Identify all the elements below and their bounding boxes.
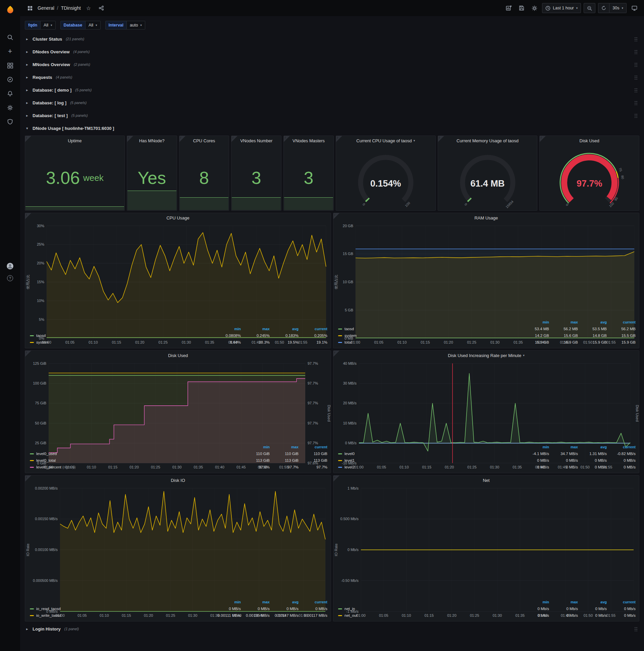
variable-database-value[interactable]: All ▾ [86,21,100,30]
variable-fqdn[interactable]: fqdn All ▾ [25,21,56,30]
legend-series-name[interactable]: level0 [345,452,355,456]
legend-series-name[interactable]: level0_used [36,452,57,456]
panel-title[interactable]: Disk Used Increasing Rate per Minute ▾ [333,351,639,360]
row-dnodes-overview[interactable]: ▸ DNodes Overview (4 panels) [25,46,639,57]
legend-series-name[interactable]: system [36,340,48,344]
grafana-logo[interactable] [0,0,20,19]
legend-sort-column[interactable]: current [298,326,327,332]
legend-series-name[interactable]: io_write_taosd [36,613,61,617]
disk-io-chart[interactable]: 0 MB/s0.000500 MB/s0.00100 MB/s0.00150 M… [25,485,331,599]
breadcrumb-section[interactable]: General [38,5,54,11]
legend-sort-column[interactable]: max [549,319,578,326]
row-drag-handle-icon[interactable] [634,627,638,631]
legend-sort-column[interactable]: max [241,326,270,332]
row-database-log[interactable]: ▸ Database: [ log ] (5 panels) [25,97,639,108]
legend-sort-column[interactable]: current [607,444,636,450]
breadcrumb-page[interactable]: TDinsight [61,5,81,11]
panel-title[interactable]: Current CPU Usage of taosd ▾ [356,136,415,145]
legend-sort-column[interactable]: max [549,444,578,450]
row-database-test[interactable]: ▸ Database: [ test ] (5 panels) [25,110,639,121]
sidebar-item-configuration[interactable] [0,101,20,115]
legend-series-name[interactable]: level0_total [36,458,56,462]
legend-series-name[interactable]: system [345,334,357,338]
time-picker-button[interactable]: Last 1 hour ▾ [542,3,581,13]
legend-series-name[interactable]: io_read_taosd [36,607,61,611]
row-drag-handle-icon[interactable] [634,50,638,54]
legend-sort-column[interactable]: current [607,599,636,606]
legend-series-name[interactable]: net_out [345,613,357,617]
row-database-demo[interactable]: ▸ Database: [ demo ] (5 panels) [25,85,639,95]
legend-sort-column[interactable]: min [212,326,241,332]
panel-title[interactable]: VNodes Masters [292,136,325,145]
panel-title[interactable]: CPU Cores [193,136,215,145]
variable-fqdn-value[interactable]: All ▾ [40,21,55,30]
cpu-usage-chart[interactable]: 0%5%10%15%20%25%30%01:0001:0501:1001:150… [25,222,331,326]
row-drag-handle-icon[interactable] [634,88,638,92]
refresh-button[interactable] [598,3,609,13]
legend-sort-column[interactable]: max [549,599,578,606]
legend-sort-column[interactable]: max [241,599,270,606]
row-drag-handle-icon[interactable] [634,37,638,41]
add-panel-button[interactable] [504,3,514,13]
sidebar-item-create[interactable]: + [0,44,20,58]
row-mnodes-overview[interactable]: ▸ MNodes Overview (2 panels) [25,59,639,70]
legend-series-name[interactable]: net_in [345,607,355,611]
legend-series-name[interactable]: level1 [345,458,355,462]
star-dashboard-button[interactable]: ☆ [84,3,94,13]
panel-title[interactable]: Net [333,475,639,485]
legend-series-name[interactable]: level0_percent [36,465,61,469]
sidebar-item-server-admin[interactable] [0,115,20,129]
sidebar-item-alerting[interactable] [0,87,20,101]
legend-sort-column[interactable]: min [241,444,270,450]
legend-sort-column[interactable]: min [212,599,241,606]
legend-sort-column[interactable]: min [520,319,549,326]
legend-sort-column[interactable]: avg [578,444,607,450]
legend-series-name[interactable]: taosd [345,327,354,331]
panel-title[interactable]: Disk Used [25,351,331,360]
row-drag-handle-icon[interactable] [634,114,638,118]
disk-rate-chart[interactable]: -10 MB/s0 MB/s10 MB/s20 MB/s30 MB/s40 MB… [333,360,639,444]
legend-sort-column[interactable]: avg [270,326,298,332]
sidebar-item-search[interactable] [0,30,20,44]
help-button[interactable]: ? [7,275,13,281]
legend-sort-column[interactable]: max [270,444,298,450]
legend-sort-column[interactable]: avg [578,319,607,326]
row-login-history[interactable]: ▸ Login History (1 panel) [25,623,639,634]
panel-title[interactable]: Uptime [68,136,82,145]
legend-sort-column[interactable]: current [298,444,327,450]
panel-title[interactable]: Disk Used [580,136,600,145]
panel-title[interactable]: RAM Usage [333,213,639,222]
variable-interval-value[interactable]: auto ▾ [127,21,145,30]
panel-title[interactable]: CPU Usage [25,213,331,222]
refresh-interval-dropdown[interactable]: 30s ▾ [609,3,626,13]
cycle-view-button[interactable] [629,3,639,13]
legend-sort-column[interactable]: current [607,319,636,326]
legend-series-name[interactable]: level2 [345,465,355,469]
legend-sort-column[interactable]: min [520,444,549,450]
disk-used-chart[interactable]: 0 GiB97.6%25 GiB97.7%50 GiB97.7%75 GiB97… [25,360,331,444]
variable-interval[interactable]: Interval auto ▾ [105,21,145,30]
legend-sort-column[interactable]: avg [270,599,298,606]
sidebar-item-explore[interactable] [0,72,20,87]
user-avatar[interactable] [6,262,14,271]
legend-sort-column[interactable]: current [298,599,327,606]
row-cluster-status[interactable]: ▸ Cluster Status (21 panels) [25,34,639,44]
panel-title[interactable]: Has MNode? [139,136,165,145]
row-drag-handle-icon[interactable] [634,75,638,80]
row-dnode-usage[interactable]: ▾ DNode Usage [ huolinhe-TM1701:6030 ] [25,123,639,133]
net-chart[interactable]: -1 Mb/s-0.50 Mb/s0 Mb/s0.500 Mb/s1 Mb/s0… [333,485,639,599]
row-drag-handle-icon[interactable] [634,101,638,105]
zoom-out-button[interactable] [584,3,595,13]
save-dashboard-button[interactable] [517,3,526,13]
share-dashboard-button[interactable] [96,3,106,13]
panel-title[interactable]: Disk IO [25,475,331,485]
panel-title[interactable]: VNodes Number [240,136,272,145]
row-drag-handle-icon[interactable] [634,62,638,67]
dashboard-settings-button[interactable] [529,3,539,13]
legend-sort-column[interactable]: avg [578,599,607,606]
panel-title[interactable]: Current Memory Usage of taosd [456,136,519,145]
row-requests[interactable]: ▸ Requests (4 panels) [25,72,639,83]
ram-usage-chart[interactable]: 0 MB5 GB10 GB15 GB20 GB01:0001:0501:1001… [333,222,639,319]
sidebar-item-dashboards[interactable] [0,58,20,72]
legend-sort-column[interactable]: min [520,599,549,606]
